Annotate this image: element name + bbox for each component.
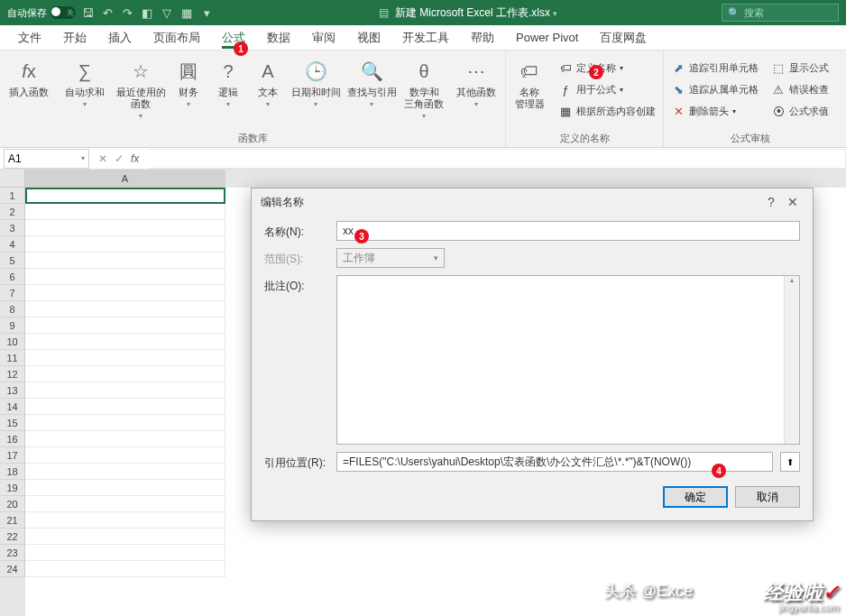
tab-file[interactable]: 文件 [7,25,52,51]
tab-help[interactable]: 帮助 [460,25,505,51]
formula-input[interactable] [148,149,846,169]
datetime-button[interactable]: 🕒 日期和时间▾ [289,56,343,111]
row-header[interactable]: 19 [0,480,25,496]
tab-baidu[interactable]: 百度网盘 [589,25,657,51]
row-header[interactable]: 12 [0,366,25,382]
range-picker-button[interactable]: ⬆ [780,452,800,472]
redo-icon[interactable]: ↷ [119,5,135,21]
camera-icon[interactable]: ▦ [179,5,195,21]
use-in-formula-button[interactable]: ƒ 用于公式 ▾ [555,79,659,99]
tab-home[interactable]: 开始 [52,25,97,51]
define-name-button[interactable]: 🏷 定义名称 ▾ [555,58,659,78]
ok-button[interactable]: 确定 [663,486,728,508]
touch-mode-icon[interactable]: ◧ [139,5,155,21]
financial-button[interactable]: 圓 财务▾ [170,56,207,111]
row-header[interactable]: 21 [0,512,25,529]
cell[interactable] [25,204,225,220]
cell[interactable] [25,464,225,480]
cancel-button[interactable]: 取消 [735,486,800,508]
row-header[interactable]: 5 [0,253,25,269]
row-header[interactable]: 14 [0,399,25,415]
row-header[interactable]: 11 [0,350,25,366]
row-header[interactable]: 20 [0,496,25,512]
more-functions-button[interactable]: ⋯ 其他函数▾ [449,56,503,111]
tab-developer[interactable]: 开发工具 [391,25,460,51]
row-header[interactable]: 2 [0,204,25,220]
row-header[interactable]: 3 [0,220,25,236]
col-header-a[interactable]: A [25,170,225,188]
tab-review[interactable]: 审阅 [301,25,346,51]
tab-powerpivot[interactable]: Power Pivot [505,25,589,51]
remove-arrows-button[interactable]: ✕ 删除箭头 ▾ [667,101,762,121]
evaluate-formula-button[interactable]: ⦿ 公式求值 [768,101,832,121]
name-box[interactable]: A1 ▾ [4,149,89,169]
cell[interactable] [25,236,225,253]
row-header[interactable]: 15 [0,415,25,431]
cell[interactable] [25,220,225,236]
cell[interactable] [25,431,225,447]
cell[interactable] [25,415,225,431]
cell[interactable] [25,253,225,269]
fx-button-icon[interactable]: fx [131,152,139,165]
cell[interactable] [25,399,225,415]
cell[interactable] [25,545,225,561]
cell[interactable] [25,334,225,350]
cell[interactable] [25,529,225,545]
row-header[interactable]: 9 [0,317,25,334]
help-button[interactable]: ? [760,191,782,213]
trace-precedents-button[interactable]: ⬈ 追踪引用单元格 [667,58,762,78]
undo-icon[interactable]: ↶ [99,5,115,21]
cancel-icon[interactable]: ✕ [98,152,107,165]
name-manager-button[interactable]: 🏷 名称 管理器 [508,56,551,112]
row-header[interactable]: 13 [0,382,25,399]
cell[interactable] [25,382,225,399]
tab-insert[interactable]: 插入 [97,25,143,51]
tab-view[interactable]: 视图 [346,25,391,51]
trace-dependents-button[interactable]: ⬊ 追踪从属单元格 [667,79,762,99]
autosave-toggle[interactable]: 自动保存 关 [7,6,76,20]
create-from-selection-button[interactable]: ▦ 根据所选内容创建 [555,101,659,121]
qat-dropdown-icon[interactable]: ▾ [198,5,215,21]
row-header[interactable]: 24 [0,561,25,577]
row-header[interactable]: 10 [0,334,25,350]
math-button[interactable]: θ 数学和 三角函数▾ [400,56,447,123]
save-icon[interactable]: 🖫 [79,5,96,21]
row-header[interactable]: 18 [0,464,25,480]
cell[interactable] [25,285,225,301]
cell[interactable] [25,269,225,285]
name-input[interactable]: xx [336,221,800,241]
namebox-dropdown-icon[interactable]: ▾ [81,154,85,162]
cell[interactable] [25,496,225,512]
cell[interactable] [25,317,225,334]
row-header[interactable]: 17 [0,447,25,464]
error-checking-button[interactable]: ⚠ 错误检查 [768,79,832,99]
tab-data[interactable]: 数据 [256,25,301,51]
cell[interactable] [25,188,225,204]
recent-functions-button[interactable]: ☆ 最近使用的 函数▾ [114,56,168,123]
lookup-button[interactable]: 🔍 查找与引用▾ [345,56,399,111]
cell[interactable] [25,366,225,382]
row-header[interactable]: 1 [0,188,25,204]
cell[interactable] [25,561,225,577]
enter-icon[interactable]: ✓ [115,152,124,165]
tab-pagelayout[interactable]: 页面布局 [143,25,211,51]
logical-button[interactable]: ? 逻辑▾ [209,56,247,111]
cell[interactable] [25,350,225,366]
cell[interactable] [25,512,225,529]
select-all-corner[interactable] [0,170,25,188]
row-header[interactable]: 8 [0,301,25,317]
row-header[interactable]: 22 [0,529,25,545]
row-header[interactable]: 16 [0,431,25,447]
row-header[interactable]: 6 [0,269,25,285]
filter-icon[interactable]: ▽ [159,5,175,21]
cell[interactable] [25,447,225,464]
cell[interactable] [25,301,225,317]
comment-textarea[interactable] [336,275,800,445]
search-box[interactable]: 🔍 搜索 [722,4,839,22]
autosum-button[interactable]: ∑ 自动求和▾ [58,56,112,111]
toggle-switch[interactable]: 关 [51,6,76,19]
refers-to-input[interactable]: =FILES("C:\Users\yahui\Desktop\宏表函数\办公文件… [336,452,773,472]
insert-function-button[interactable]: fx 插入函数 [2,56,56,100]
title-dropdown-icon[interactable]: ▾ [553,9,557,18]
scrollbar[interactable] [784,276,799,444]
